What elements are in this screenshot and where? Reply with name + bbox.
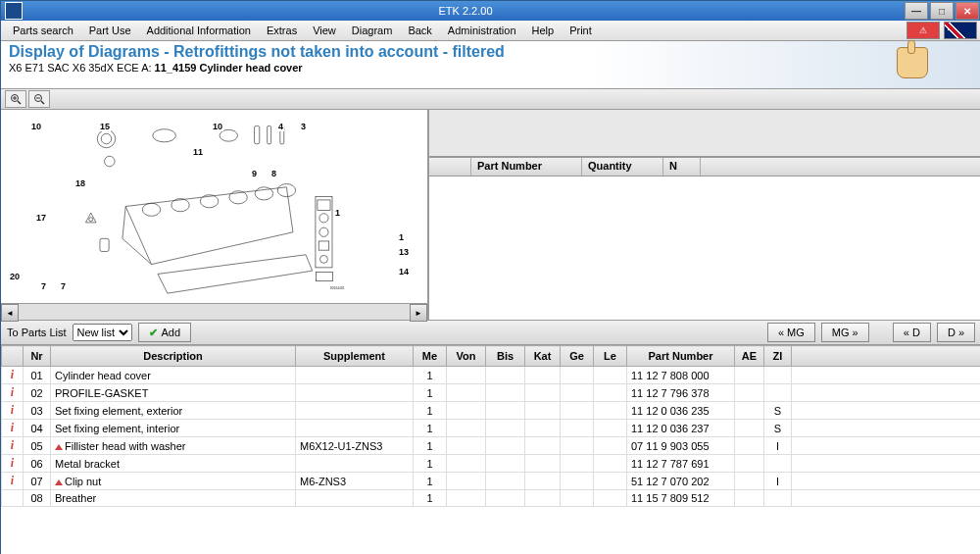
diagram-panel: 00164401 1015104311981817207712219165612… <box>1 110 429 320</box>
callout-15[interactable]: 15 <box>99 122 111 131</box>
info-icon[interactable]: i <box>11 474 14 487</box>
page-title: Display of Diagrams - Retrofittings not … <box>9 43 973 61</box>
zoom-out-button[interactable] <box>28 90 50 108</box>
menu-additional-info[interactable]: Additional Information <box>139 23 259 38</box>
table-row[interactable]: i04Set fixing element, interior111 12 0 … <box>2 420 981 437</box>
h-scrollbar[interactable]: ◄ ► <box>1 303 427 320</box>
callout-10[interactable]: 10 <box>30 122 42 131</box>
callout-17[interactable]: 17 <box>35 213 47 223</box>
triangle-icon <box>55 444 63 450</box>
d-prev-button[interactable]: « D <box>893 323 931 342</box>
table-row[interactable]: i02PROFILE-GASKET111 12 7 796 378 <box>2 384 981 402</box>
col-Kat[interactable]: Kat <box>525 346 561 367</box>
col-Bis[interactable]: Bis <box>486 346 525 367</box>
list-select[interactable]: New list <box>73 324 132 341</box>
add-button[interactable]: ✔Add <box>138 323 192 342</box>
svg-line-1 <box>18 101 21 104</box>
warning-button[interactable]: ⚠ <box>906 22 940 39</box>
svg-rect-28 <box>318 241 329 250</box>
menu-administration[interactable]: Administration <box>440 23 524 38</box>
svg-point-29 <box>320 255 328 263</box>
menu-print[interactable]: Print <box>562 23 600 38</box>
menu-part-use[interactable]: Part Use <box>81 23 139 38</box>
col-Supplement[interactable]: Supplement <box>296 346 414 367</box>
info-icon[interactable]: i <box>11 368 14 381</box>
col-blank-0[interactable] <box>2 346 24 367</box>
col-Nr[interactable]: Nr <box>24 346 51 367</box>
callout-13[interactable]: 13 <box>398 247 410 257</box>
to-parts-list-label: To Parts List <box>7 327 67 338</box>
info-icon[interactable]: i <box>11 438 14 452</box>
callout-10[interactable]: 10 <box>212 122 223 131</box>
app-icon <box>5 2 23 20</box>
info-icon[interactable]: i <box>11 403 14 417</box>
table-row[interactable]: i06Metal bracket111 12 7 787 691 <box>2 455 981 473</box>
callout-11[interactable]: 11 <box>192 147 204 157</box>
col-Ge[interactable]: Ge <box>561 346 594 367</box>
menu-diagram[interactable]: Diagram <box>344 23 401 38</box>
table-row[interactable]: i05Fillister head with washerM6X12-U1-ZN… <box>2 437 981 455</box>
col-Description[interactable]: Description <box>51 346 296 367</box>
maximize-button[interactable]: □ <box>930 2 954 20</box>
scroll-left-arrow[interactable]: ◄ <box>1 304 19 322</box>
col-Part Number[interactable]: Part Number <box>627 346 735 367</box>
scroll-right-arrow[interactable]: ► <box>410 304 427 322</box>
menu-parts-search[interactable]: Parts search <box>5 23 81 38</box>
menu-view[interactable]: View <box>305 23 344 38</box>
svg-point-26 <box>319 214 328 223</box>
mg-prev-button[interactable]: « MG <box>767 323 815 342</box>
table-row[interactable]: 08Breather111 15 7 809 512 <box>2 490 981 507</box>
close-button[interactable]: ✕ <box>956 2 979 20</box>
minimize-button[interactable]: — <box>905 2 928 20</box>
svg-line-5 <box>41 101 44 104</box>
callout-1[interactable]: 1 <box>398 232 405 242</box>
col-part-number[interactable]: Part Number <box>471 158 582 176</box>
svg-rect-30 <box>317 272 333 280</box>
callout-18[interactable]: 18 <box>74 178 86 188</box>
info-icon[interactable]: i <box>11 456 14 470</box>
table-row[interactable]: i07Clip nutM6-ZNS3151 12 7 070 202I <box>2 473 981 490</box>
svg-point-7 <box>142 203 160 216</box>
col-quantity[interactable]: Quantity <box>582 158 663 176</box>
callout-7[interactable]: 7 <box>40 281 47 291</box>
callout-7[interactable]: 7 <box>60 281 67 291</box>
menu-extras[interactable]: Extras <box>259 23 305 38</box>
col-Le[interactable]: Le <box>594 346 627 367</box>
diagram-toolbar <box>1 89 980 110</box>
svg-point-16 <box>220 129 237 141</box>
diagram-image[interactable]: 00164401 1015104311981817207712219165612… <box>1 110 427 303</box>
col-n[interactable]: N <box>663 158 701 176</box>
right-table-header: Part Number Quantity N <box>429 158 980 176</box>
svg-point-22 <box>89 218 93 222</box>
callout-4[interactable]: 4 <box>277 122 284 131</box>
d-next-button[interactable]: D » <box>937 323 975 342</box>
col-blank-13[interactable] <box>792 346 981 367</box>
callout-20[interactable]: 20 <box>9 272 21 281</box>
language-flag[interactable] <box>944 22 977 39</box>
header-graphic <box>854 43 971 82</box>
svg-point-8 <box>172 199 189 212</box>
menu-help[interactable]: Help <box>524 23 563 38</box>
col-ZI[interactable]: ZI <box>764 346 792 367</box>
mg-next-button[interactable]: MG » <box>821 323 869 342</box>
callout-8[interactable]: 8 <box>270 169 277 178</box>
callout-1[interactable]: 1 <box>334 208 341 218</box>
svg-point-11 <box>255 187 272 200</box>
col-AE[interactable]: AE <box>735 346 764 367</box>
callout-14[interactable]: 14 <box>398 267 410 277</box>
svg-point-20 <box>105 156 116 167</box>
info-icon[interactable]: i <box>11 385 14 399</box>
parts-grid[interactable]: NrDescriptionSupplementMeVonBisKatGeLePa… <box>1 345 980 554</box>
table-row[interactable]: i01Cylinder head cover111 12 7 808 000 <box>2 367 981 384</box>
menu-back[interactable]: Back <box>400 23 439 38</box>
svg-rect-18 <box>268 126 271 143</box>
zoom-in-button[interactable] <box>5 90 26 108</box>
col-Von[interactable]: Von <box>447 346 486 367</box>
col-Me[interactable]: Me <box>414 346 447 367</box>
table-row[interactable]: i03Set fixing element, exterior111 12 0 … <box>2 402 981 420</box>
info-icon[interactable]: i <box>11 421 14 434</box>
callout-3[interactable]: 3 <box>300 122 307 131</box>
svg-rect-24 <box>316 197 332 268</box>
callout-9[interactable]: 9 <box>251 169 258 178</box>
svg-point-9 <box>200 195 218 208</box>
